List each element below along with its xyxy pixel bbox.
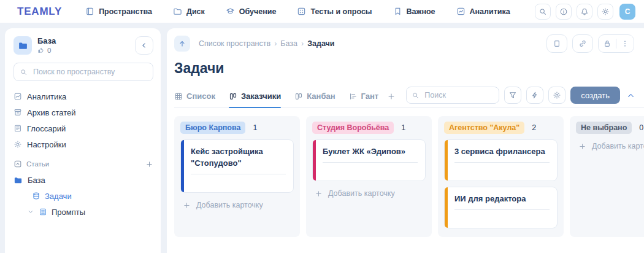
likes-count: 0: [47, 47, 51, 54]
view-tabs: СписокЗаказчикиКанбанГант: [174, 91, 378, 107]
board-card[interactable]: Буклет ЖК «Эдипов»: [312, 139, 426, 181]
plus-icon: [447, 237, 454, 238]
create-button[interactable]: создать: [570, 87, 620, 104]
workspace-likes[interactable]: 0: [37, 47, 135, 54]
column-header: Студия Воробьёва1: [312, 122, 426, 134]
graduation-cap-icon: [226, 7, 235, 16]
analytics-icon: [13, 92, 22, 101]
add-card-label: Добавить карточку: [328, 189, 395, 198]
nav-item-0[interactable]: Пространства: [85, 7, 152, 16]
card-empty-area: [454, 163, 550, 176]
teamly-logo[interactable]: TEAMLY: [17, 6, 62, 18]
tab-label: Заказчики: [241, 91, 281, 101]
card-empty-area: [323, 163, 418, 176]
sidebar-item-label: Аналитика: [27, 92, 66, 101]
add-card-button[interactable]: Добавить карточку: [312, 189, 426, 198]
workspace-header: База 0: [13, 36, 153, 55]
tree-item-1[interactable]: Промпты: [13, 204, 153, 220]
chevron-down-icon[interactable]: [27, 208, 34, 216]
main-layout: База 0 АналитикаАрхив статейГлоссарийНас…: [0, 23, 644, 253]
database-icon: [32, 192, 40, 200]
breadcrumb-item-0[interactable]: Список пространств: [199, 39, 270, 48]
sidebar-collapse-button[interactable]: [135, 36, 153, 55]
column-badge[interactable]: Не выбрано: [576, 122, 632, 134]
automation-button[interactable]: [526, 87, 543, 104]
column-badge[interactable]: Бюро Карпова: [180, 122, 245, 134]
access-lock-button[interactable]: [599, 34, 616, 53]
column-count: 1: [401, 123, 405, 132]
column-badge[interactable]: Студия Воробьёва: [312, 122, 394, 134]
add-article-icon[interactable]: [145, 160, 153, 168]
tabs-row: СписокЗаказчикиКанбанГант создать: [174, 86, 644, 108]
board-search-input[interactable]: [423, 90, 494, 100]
add-card-button[interactable]: Добавить карточку: [444, 236, 558, 237]
archive-icon: [13, 108, 22, 117]
table-icon: [174, 92, 183, 101]
card-title: Буклет ЖК «Эдипов»: [323, 146, 418, 158]
kebab-icon: [621, 39, 629, 48]
copy-link-button[interactable]: [572, 34, 593, 53]
column-badge[interactable]: Агентство "Акула": [444, 122, 524, 134]
view-settings-button[interactable]: [548, 87, 565, 104]
bookmark-icon: [393, 7, 402, 16]
page-title: Задачи: [174, 60, 644, 77]
add-card-label: Добавить карточку: [592, 142, 644, 150]
info-icon: [559, 7, 568, 16]
search-icon: [412, 91, 420, 99]
board-card[interactable]: 3 сервиса фрилансера: [444, 139, 558, 181]
workspace-name[interactable]: База: [37, 36, 135, 45]
chevron-up-icon: [626, 91, 635, 100]
gear-button[interactable]: [597, 4, 613, 20]
tab-1[interactable]: Заказчики: [229, 91, 281, 107]
tree-item-label: Промпты: [52, 208, 85, 217]
bell-button[interactable]: [577, 4, 592, 20]
nav-item-5[interactable]: Аналитика: [456, 7, 510, 16]
sidebar-item-2[interactable]: Глоссарий: [13, 120, 153, 136]
breadcrumb-item-1[interactable]: База: [280, 39, 297, 48]
thumb-up-icon: [37, 47, 45, 54]
gear-icon: [13, 140, 22, 149]
sidebar-search-input[interactable]: [32, 67, 147, 77]
card-empty-area: [454, 210, 550, 223]
info-button[interactable]: [556, 4, 572, 20]
sidebar-item-3[interactable]: Настройки: [13, 136, 153, 152]
tests-icon: [297, 7, 306, 16]
add-view-icon[interactable]: [387, 92, 396, 107]
nav-item-2[interactable]: Обучение: [226, 7, 277, 16]
bookmark-page-button[interactable]: [546, 34, 567, 53]
nav-item-4[interactable]: Важное: [393, 7, 435, 16]
sidebar-tree: БазаЗадачиПромпты: [13, 172, 153, 220]
nav-item-label: Диск: [186, 7, 205, 16]
sidebar-section-articles[interactable]: Статьи: [13, 156, 153, 172]
sidebar-item-1[interactable]: Архив статей: [13, 104, 153, 120]
tab-2[interactable]: Канбан: [294, 91, 335, 107]
tab-0[interactable]: Список: [174, 91, 215, 107]
column-count: 2: [532, 123, 536, 132]
tree-item-0[interactable]: Задачи: [13, 188, 153, 204]
filter-button[interactable]: [504, 87, 521, 104]
add-card-button[interactable]: Добавить карточку: [576, 142, 644, 150]
tab-label: Список: [186, 91, 215, 101]
plus-icon: [145, 160, 153, 168]
breadcrumb-item-2[interactable]: Задачи: [307, 39, 334, 48]
navigate-up-button[interactable]: [174, 36, 190, 52]
tree-root-folder[interactable]: База: [13, 172, 153, 188]
bolt-icon: [531, 91, 539, 99]
board-card[interactable]: ИИ для редактора: [444, 187, 558, 228]
card-empty-area: [191, 174, 286, 187]
chevron-down-icon: [27, 208, 34, 216]
nav-item-1[interactable]: Диск: [173, 7, 205, 16]
nav-item-3[interactable]: Тесты и опросы: [297, 7, 372, 16]
add-card-button[interactable]: Добавить карточку: [180, 201, 294, 209]
search-button[interactable]: [535, 4, 551, 20]
sidebar-item-label: Глоссарий: [27, 124, 66, 133]
sidebar-item-0[interactable]: Аналитика: [13, 88, 153, 104]
user-avatar[interactable]: C: [619, 4, 635, 20]
tab-3[interactable]: Гант: [349, 91, 379, 107]
folder-icon: [173, 7, 182, 16]
board-card[interactable]: Кейс застройщика "Стопудово": [180, 139, 294, 193]
collapse-toolbar-button[interactable]: [625, 91, 637, 100]
search-icon: [20, 68, 28, 76]
more-options-button[interactable]: [616, 34, 634, 53]
board-column-1: Студия Воробьёва1Буклет ЖК «Эдипов»Добав…: [306, 116, 432, 237]
